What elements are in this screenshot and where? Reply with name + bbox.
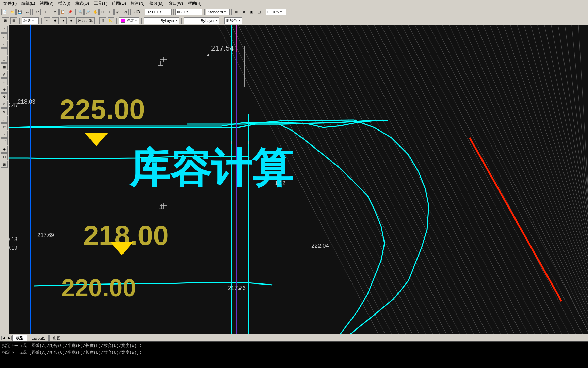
zoom-realtime-btn[interactable]: ◎ bbox=[114, 9, 121, 15]
scale-dropdown[interactable]: 0.1075 ▼ bbox=[266, 9, 286, 15]
sep4 bbox=[130, 9, 131, 15]
menu-help[interactable]: 帮助(H) bbox=[186, 0, 204, 7]
t2-btn6[interactable]: ◈ bbox=[68, 17, 75, 24]
left-btn-polyline[interactable]: ⌐ bbox=[1, 33, 8, 40]
t2-btn7[interactable]: ⚙ bbox=[99, 17, 106, 24]
bylayer2-value: ByLayer bbox=[201, 19, 214, 23]
linetype-value: IIBIH bbox=[177, 10, 185, 14]
plot3-btn[interactable]: ▣ bbox=[248, 9, 255, 15]
cut-btn[interactable]: ✂ bbox=[52, 9, 59, 15]
left-btn-rect[interactable]: □ bbox=[1, 56, 8, 63]
plot-btn[interactable]: ⊞ bbox=[233, 9, 240, 15]
pan-btn[interactable]: ✋ bbox=[92, 9, 99, 15]
left-btn-block[interactable]: ⊟ bbox=[1, 153, 8, 160]
bylayer2-dropdown[interactable]: ———— ByLayer ▼ bbox=[184, 17, 219, 24]
color-swatch bbox=[121, 19, 125, 23]
menu-edit[interactable]: 编辑(E) bbox=[19, 0, 37, 7]
menu-modify[interactable]: 修改(M) bbox=[147, 0, 166, 7]
command-line-1: 指定下一点或 [圆弧(A)/闭合(C)/半宽(H)/长度(L)/放弃(U)/宽度… bbox=[2, 343, 586, 349]
command-area: 指定下一点或 [圆弧(A)/闭合(C)/半宽(H)/长度(L)/放弃(U)/宽度… bbox=[0, 341, 588, 356]
plot4-btn[interactable]: ◫ bbox=[256, 9, 262, 15]
sep9 bbox=[264, 9, 264, 15]
tab-output[interactable]: 出图 bbox=[49, 335, 64, 341]
t2-btn3[interactable]: ○ bbox=[44, 17, 50, 24]
left-btn-explode[interactable]: ✸ bbox=[1, 146, 8, 153]
t2-btn8[interactable]: 📐 bbox=[108, 17, 114, 24]
color-dropdown[interactable]: 洋红 ▼ bbox=[119, 17, 139, 24]
left-btn-snap[interactable]: ⊕ bbox=[1, 86, 8, 93]
view-dropdown[interactable]: 经典 ▼ bbox=[22, 17, 39, 24]
paste-btn[interactable]: 📌 bbox=[67, 9, 74, 15]
bycolor-dropdown[interactable]: 随颜色 ▼ bbox=[224, 17, 242, 24]
color-value: 洋红 bbox=[127, 18, 134, 23]
bylayer2-arrow-icon: ▼ bbox=[215, 19, 218, 22]
zoom-prev-btn[interactable]: ◁ bbox=[122, 9, 129, 15]
menu-tools[interactable]: 工具(T) bbox=[92, 0, 109, 7]
plot2-btn[interactable]: ⊠ bbox=[241, 9, 247, 15]
open-btn[interactable]: 📂 bbox=[9, 9, 16, 15]
t2-btn5[interactable]: ● bbox=[60, 17, 67, 24]
print-btn[interactable]: 🖨 bbox=[24, 9, 31, 15]
sep3 bbox=[75, 9, 76, 15]
t2-sep1 bbox=[19, 18, 20, 24]
sep5 bbox=[143, 9, 143, 15]
left-btn-line[interactable]: / bbox=[1, 26, 8, 33]
redo-btn[interactable]: ↪ bbox=[42, 9, 48, 15]
copy-btn[interactable]: 📋 bbox=[59, 9, 66, 15]
undo-btn[interactable]: ↩ bbox=[34, 9, 41, 15]
left-btn-text[interactable]: A bbox=[1, 71, 8, 78]
menu-dimension[interactable]: 标注(N) bbox=[129, 0, 147, 7]
zoom-in-btn[interactable]: 🔍 bbox=[77, 9, 84, 15]
left-btn-arc[interactable]: ◜ bbox=[1, 48, 8, 55]
left-btn-move[interactable]: ✥ bbox=[1, 93, 8, 100]
left-btn-trim[interactable]: ✂ bbox=[1, 123, 8, 130]
new-btn[interactable]: 📄 bbox=[1, 9, 8, 15]
menu-bar: 文件(F) 编辑(E) 视图(V) 插入(I) 格式(O) 工具(T) 绘图(D… bbox=[0, 0, 588, 7]
menu-draw[interactable]: 绘图(D) bbox=[110, 0, 128, 7]
toolbar1: 📄 📂 💾 🖨 ↩ ↪ ✂ 📋 📌 🔍 🔎 ✋ ⊡ □ ◎ ◁ IdO HZTT… bbox=[0, 7, 588, 16]
zoom-window-btn[interactable]: □ bbox=[107, 9, 114, 15]
svg-rect-0 bbox=[0, 25, 588, 334]
canvas-area[interactable]: 库容计算 225.00 218.00 220.00 217.54 219.47 … bbox=[0, 25, 588, 334]
save-btn[interactable]: 💾 bbox=[16, 9, 23, 15]
menu-view[interactable]: 视图(V) bbox=[38, 0, 55, 7]
t2-sep4 bbox=[116, 18, 117, 24]
left-btn-dim[interactable]: ↔ bbox=[1, 78, 8, 85]
tab-scroll-right[interactable]: ▶ bbox=[7, 336, 12, 340]
kucalc-btn[interactable]: 库容计算 bbox=[76, 17, 95, 24]
style-dropdown[interactable]: Standard ▼ bbox=[206, 9, 230, 15]
left-btn-circle[interactable]: ○ bbox=[1, 41, 8, 48]
tab-model[interactable]: 模型 bbox=[12, 335, 27, 341]
t2-btn4[interactable]: ◉ bbox=[52, 17, 59, 24]
scale-value: 0.1075 bbox=[267, 10, 279, 14]
left-btn-mirror[interactable]: ⇌ bbox=[1, 116, 8, 123]
left-btn-hatch[interactable]: ▦ bbox=[1, 63, 8, 70]
t2-sep3 bbox=[97, 18, 97, 24]
bylayer2-line: ———— bbox=[186, 19, 199, 22]
linetype-dropdown[interactable]: IIBIH ▼ bbox=[175, 9, 202, 15]
menu-format[interactable]: 格式(O) bbox=[73, 0, 91, 7]
zoom-out-btn[interactable]: 🔎 bbox=[84, 9, 91, 15]
t2-sep6 bbox=[181, 18, 182, 24]
menu-file[interactable]: 文件(F) bbox=[1, 0, 19, 7]
left-btn-copy[interactable]: ⧉ bbox=[1, 101, 8, 108]
layer-dropdown[interactable]: HZTTT ▼ bbox=[145, 9, 172, 15]
bylayer1-dropdown[interactable]: ———— ByLayer ▼ bbox=[144, 17, 179, 24]
sep1 bbox=[32, 9, 33, 15]
left-btn-rotate[interactable]: ↺ bbox=[1, 108, 8, 115]
t2-sep2 bbox=[41, 18, 42, 24]
tab-bar: ◀ ▶ 模型 Layout1 出图 bbox=[0, 334, 588, 341]
t2-btn1[interactable]: ⊞ bbox=[2, 17, 9, 24]
linetype-arrow-icon: ▼ bbox=[186, 10, 189, 13]
menu-insert[interactable]: 插入(I) bbox=[56, 0, 72, 7]
style-arrow-icon: ▼ bbox=[224, 10, 226, 13]
sep2 bbox=[50, 9, 50, 15]
t2-btn2[interactable]: ▤ bbox=[10, 17, 17, 24]
zoom-extent-btn[interactable]: ⊡ bbox=[99, 9, 106, 15]
left-btn-extend[interactable]: →| bbox=[1, 131, 8, 138]
tab-layout1[interactable]: Layout1 bbox=[28, 335, 49, 341]
tab-scroll-left[interactable]: ◀ bbox=[1, 336, 6, 340]
menu-window[interactable]: 窗口(W) bbox=[166, 0, 185, 7]
left-btn-insert[interactable]: ⊞ bbox=[1, 161, 8, 168]
left-btn-fillet[interactable]: ⌒ bbox=[1, 138, 8, 145]
